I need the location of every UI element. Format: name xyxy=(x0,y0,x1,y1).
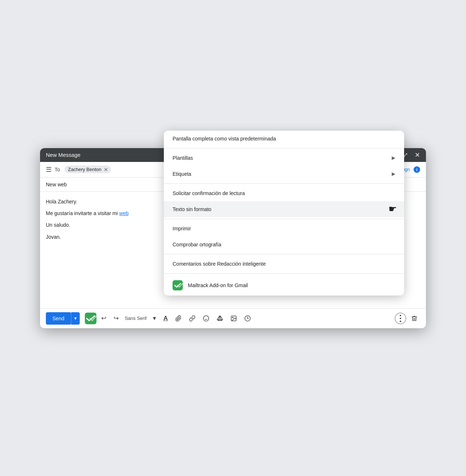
svg-point-9 xyxy=(400,318,401,319)
dropdown-item-plain-text-label: Texto sin formato xyxy=(173,206,212,212)
link-button[interactable] xyxy=(186,313,198,324)
emoji-button[interactable] xyxy=(200,313,212,324)
dropdown-item-print-label: Imprimir xyxy=(173,226,191,231)
dropdown-item-smart-compose[interactable]: Comentarios sobre Redacción inteligente xyxy=(164,256,404,272)
dropdown-item-fullscreen[interactable]: Pantalla completa como vista predetermin… xyxy=(164,131,404,147)
recipient-chip: Zachery Benton ✕ xyxy=(64,166,111,173)
body-web-link[interactable]: web xyxy=(119,210,129,216)
dropdown-item-plain-text[interactable]: Texto sin formato ☛ xyxy=(164,201,404,217)
mailtrack-toolbar-icon[interactable] xyxy=(85,313,96,324)
compose-title: New Message xyxy=(46,152,80,158)
dropdown-divider-3 xyxy=(164,219,404,219)
svg-point-2 xyxy=(203,316,209,321)
dropdown-item-label[interactable]: Etiqueta ▶ xyxy=(164,166,404,182)
drive-button[interactable] xyxy=(214,313,226,324)
svg-point-6 xyxy=(232,317,233,318)
dropdown-item-read-receipt-label: Solicitar confirmación de lectura xyxy=(173,190,245,196)
label-arrow-icon: ▶ xyxy=(392,171,395,176)
compose-toolbar: Send ▾ ↩ ↪ Sans Serif ▾ A xyxy=(40,308,426,328)
more-options-icon xyxy=(400,315,401,322)
dropdown-divider-2 xyxy=(164,183,404,184)
dropdown-item-mailtrack[interactable]: Mailtrack Add-on for Gmail xyxy=(164,275,404,295)
dropdown-divider-4 xyxy=(164,254,404,254)
dropdown-item-smart-compose-label: Comentarios sobre Redacción inteligente xyxy=(173,261,266,267)
dropdown-divider-1 xyxy=(164,148,404,148)
underline-a-label: A xyxy=(163,315,168,322)
dropdown-item-templates-label: Plantillas xyxy=(173,155,193,161)
dropdown-item-label-label: Etiqueta xyxy=(173,171,191,177)
body-line-2-prefix: Me gustaría invitarte a visitar mi xyxy=(46,210,119,216)
dropdown-item-read-receipt[interactable]: Solicitar confirmación de lectura xyxy=(164,185,404,201)
dropdown-item-spellcheck[interactable]: Comprobar ortografía xyxy=(164,237,404,253)
format-underline-button[interactable]: A xyxy=(161,313,170,324)
dropdown-item-spellcheck-label: Comprobar ortografía xyxy=(173,242,221,247)
close-button[interactable]: ✕ xyxy=(415,152,420,158)
to-label: To xyxy=(55,167,60,172)
compose-window: New Message — ⤢ ✕ ☰ To Zachery Benton ✕ … xyxy=(40,148,426,328)
remove-recipient-button[interactable]: ✕ xyxy=(104,167,108,172)
attach-button[interactable] xyxy=(173,313,184,324)
send-button[interactable]: Send xyxy=(46,312,71,325)
templates-arrow-icon: ▶ xyxy=(392,155,395,160)
font-dropdown-button[interactable]: ▾ xyxy=(150,313,159,324)
recipient-name: Zachery Benton xyxy=(68,167,102,172)
hamburger-icon[interactable]: ☰ xyxy=(46,166,52,174)
mailtrack-toolbar-svg xyxy=(85,313,96,324)
mailtrack-icon xyxy=(173,280,183,290)
dropdown-item-mailtrack-label: Mailtrack Add-on for Gmail xyxy=(188,282,248,288)
redo-button[interactable]: ↪ xyxy=(111,313,121,324)
send-area: Send ▾ xyxy=(46,312,80,325)
send-dropdown-button[interactable]: ▾ xyxy=(71,312,80,325)
cursor-hand-icon: ☛ xyxy=(388,203,397,215)
photo-button[interactable] xyxy=(228,313,240,324)
dropdown-divider-5 xyxy=(164,273,404,274)
discard-button[interactable] xyxy=(408,313,420,324)
undo-button[interactable]: ↩ xyxy=(99,313,109,324)
schedule-button[interactable] xyxy=(242,313,253,324)
svg-point-10 xyxy=(400,321,401,322)
font-family-label: Sans Serif xyxy=(125,316,147,321)
context-dropdown-menu: Pantalla completa como vista predetermin… xyxy=(164,131,404,295)
dropdown-item-print[interactable]: Imprimir xyxy=(164,221,404,237)
dropdown-item-templates[interactable]: Plantillas ▶ xyxy=(164,150,404,166)
dropdown-item-fullscreen-label: Pantalla completa como vista predetermin… xyxy=(173,136,276,142)
svg-point-8 xyxy=(400,315,401,316)
campaign-info-icon[interactable]: i xyxy=(414,166,420,173)
more-options-button[interactable] xyxy=(395,313,406,324)
